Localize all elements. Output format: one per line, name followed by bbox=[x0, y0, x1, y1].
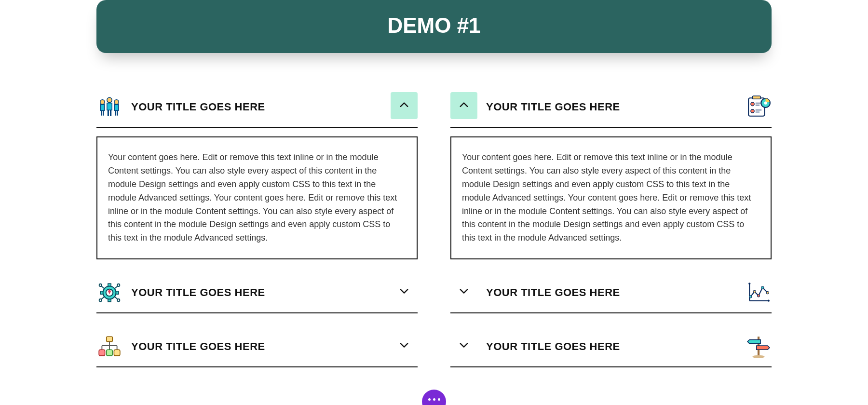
accordion-body: Your content goes here. Edit or remove t… bbox=[96, 136, 418, 259]
accordion-left-column: YOUR TITLE GOES HERE Your content goes h… bbox=[96, 89, 418, 367]
accordion-item: YOUR TITLE GOES HERE bbox=[450, 275, 772, 313]
dot-icon bbox=[438, 398, 440, 401]
accordion-title: YOUR TITLE GOES HERE bbox=[486, 286, 737, 299]
accordion-body: Your content goes here. Edit or remove t… bbox=[450, 136, 772, 259]
linechart-icon bbox=[746, 280, 772, 306]
accordion-header[interactable]: YOUR TITLE GOES HERE bbox=[96, 275, 418, 313]
chevron-down-icon[interactable] bbox=[450, 332, 477, 359]
accordion-title: YOUR TITLE GOES HERE bbox=[486, 101, 737, 113]
floating-action-button[interactable] bbox=[422, 390, 446, 405]
accordion-item: YOUR TITLE GOES HERE bbox=[96, 275, 418, 313]
gear-icon bbox=[96, 280, 122, 306]
people-icon bbox=[96, 94, 122, 120]
accordion-header[interactable]: YOUR TITLE GOES HERE bbox=[450, 89, 772, 128]
chevron-up-icon[interactable] bbox=[391, 92, 418, 119]
accordion-header[interactable]: YOUR TITLE GOES HERE bbox=[96, 89, 418, 128]
accordion-item: YOUR TITLE GOES HERE Your content goes h… bbox=[96, 89, 418, 259]
chevron-up-icon[interactable] bbox=[450, 92, 477, 119]
accordion-title: YOUR TITLE GOES HERE bbox=[131, 340, 382, 353]
accordion-title: YOUR TITLE GOES HERE bbox=[486, 340, 737, 353]
accordion-item: YOUR TITLE GOES HERE bbox=[96, 329, 418, 367]
dot-icon bbox=[428, 398, 431, 401]
chevron-down-icon[interactable] bbox=[391, 332, 418, 359]
dot-icon bbox=[433, 398, 435, 401]
chevron-down-icon[interactable] bbox=[391, 278, 418, 305]
accordion-title: YOUR TITLE GOES HERE bbox=[131, 101, 382, 113]
accordion-header[interactable]: YOUR TITLE GOES HERE bbox=[96, 329, 418, 367]
dashboard-icon bbox=[746, 94, 772, 120]
demo-header: DEMO #1 bbox=[96, 0, 772, 53]
accordion-title: YOUR TITLE GOES HERE bbox=[131, 286, 382, 299]
chevron-down-icon[interactable] bbox=[450, 278, 477, 305]
signpost-icon bbox=[746, 334, 772, 360]
accordion-item: YOUR TITLE GOES HERE bbox=[450, 329, 772, 367]
accordion-item: YOUR TITLE GOES HERE Your content goes h… bbox=[450, 89, 772, 259]
accordion-right-column: YOUR TITLE GOES HERE Your content goes h… bbox=[450, 89, 772, 367]
accordion-header[interactable]: YOUR TITLE GOES HERE bbox=[450, 275, 772, 313]
demo-header-title: DEMO #1 bbox=[387, 14, 480, 37]
accordion-header[interactable]: YOUR TITLE GOES HERE bbox=[450, 329, 772, 367]
flowchart-icon bbox=[96, 334, 122, 360]
